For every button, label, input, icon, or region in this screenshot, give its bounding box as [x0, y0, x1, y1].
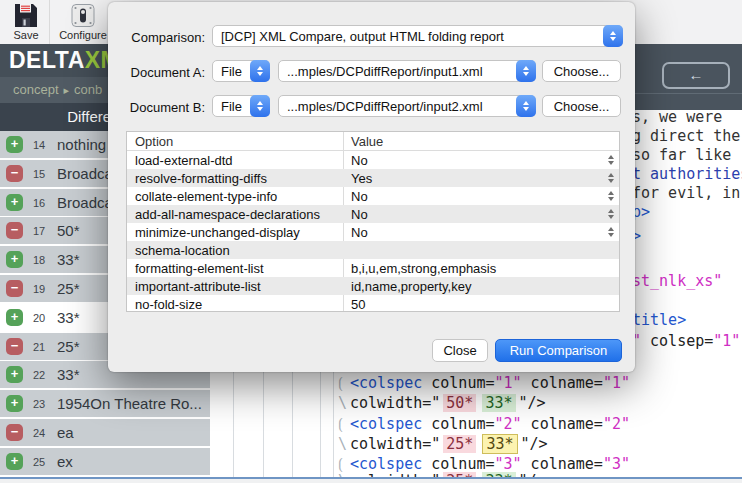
table-row[interactable]: collate-element-type-infoNo [127, 187, 619, 205]
comparison-value: [DCP] XML Compare, output HTML folding r… [221, 29, 600, 44]
table-row[interactable]: formatting-element-listb,i,u,em,strong,e… [127, 259, 619, 277]
minus-icon: − [6, 222, 23, 239]
table-row[interactable]: no-fold-size50 [127, 295, 619, 313]
stepper-icon[interactable] [608, 173, 614, 183]
option-name: collate-element-type-info [135, 189, 277, 204]
save-button[interactable]: Save [4, 1, 48, 43]
close-button[interactable]: Close [432, 339, 488, 362]
row-number: 17 [33, 225, 57, 237]
fold-marker[interactable]: ⟮ [338, 415, 350, 433]
save-label: Save [13, 29, 38, 41]
document-b-path-value: ...mples/DCPdiffReport/input2.xml [287, 99, 513, 114]
option-value[interactable]: No [351, 189, 368, 204]
table-row[interactable]: minimize-unchanged-displayNo [127, 223, 619, 241]
document-a-label: Document A: [113, 65, 205, 80]
code-line-fragment: so far like [632, 146, 731, 164]
table-row[interactable]: add-all-namespace-declarationsNo [127, 205, 619, 223]
breadcrumb-item-concept[interactable]: concept [13, 82, 59, 97]
document-a-path-select[interactable]: ...mples/DCPdiffReport/input1.xml [278, 60, 536, 82]
plus-icon: + [6, 395, 23, 412]
row-label: ea [57, 424, 74, 441]
document-b-type-value: File [221, 99, 247, 114]
list-item[interactable]: −24ea [0, 419, 210, 446]
value-column-header: Value [351, 134, 383, 149]
deleted-value: 50* [443, 394, 476, 412]
floppy-disk-icon [14, 3, 38, 28]
code-line-fragment: title> [632, 311, 686, 329]
fold-marker[interactable]: \ [338, 394, 350, 412]
row-label: 50* [57, 222, 80, 239]
row-number: 16 [33, 197, 57, 209]
minus-icon: − [6, 280, 23, 297]
option-name: resolve-formatting-diffs [135, 171, 267, 186]
table-row[interactable]: resolve-formatting-diffsYes [127, 169, 619, 187]
back-button[interactable]: ← [662, 62, 730, 89]
popup-stepper-icon [603, 25, 623, 47]
list-item[interactable]: +25ex [0, 448, 210, 475]
plus-icon: + [6, 136, 23, 153]
document-b-type-select[interactable]: File [212, 95, 270, 117]
stepper-icon[interactable] [608, 191, 614, 201]
switch-icon [71, 3, 95, 28]
option-value[interactable]: Yes [351, 171, 372, 186]
code-line-fragment: g direct the [632, 127, 740, 145]
choose-document-a-button[interactable]: Choose... [542, 60, 621, 82]
row-label: 25* [57, 280, 80, 297]
breadcrumb-item-conb[interactable]: conb [74, 82, 102, 97]
row-number: 21 [33, 341, 57, 353]
table-row[interactable]: load-external-dtdNo [127, 151, 619, 169]
fold-guide-line [233, 365, 234, 477]
option-value[interactable]: No [351, 207, 368, 222]
fold-marker[interactable]: ⟮ [338, 374, 350, 392]
code-line-fragment: st_nlk_xs" [632, 272, 722, 290]
choose-document-b-button[interactable]: Choose... [542, 95, 621, 117]
row-label: 1954On Theatre Ro... [57, 395, 202, 412]
table-header: Option Value [127, 132, 619, 151]
code-line-fragment: for evil, in [632, 184, 740, 202]
configure-button[interactable]: Configure [54, 1, 112, 43]
option-value[interactable]: id,name,property,key [351, 279, 471, 294]
fold-marker[interactable]: \ [338, 435, 350, 453]
row-label: 33* [57, 309, 80, 326]
document-b-path-select[interactable]: ...mples/DCPdiffReport/input2.xml [278, 95, 536, 117]
option-name: minimize-unchanged-display [135, 225, 300, 240]
back-arrow-icon: ← [689, 66, 704, 83]
comparison-select[interactable]: [DCP] XML Compare, output HTML folding r… [212, 25, 623, 47]
row-label: 33* [57, 251, 80, 268]
row-number: 25 [33, 456, 57, 468]
run-comparison-button[interactable]: Run Comparison [495, 339, 622, 362]
row-number: 24 [33, 427, 57, 439]
option-value[interactable]: 50 [351, 297, 365, 312]
document-a-type-select[interactable]: File [212, 60, 270, 82]
code-line: \colwidth="50*33*"/> [338, 394, 546, 412]
plus-icon: + [6, 366, 23, 383]
minus-icon: − [6, 165, 23, 182]
fold-marker[interactable]: ⟮ [338, 455, 350, 473]
code-line: ⟮<colspec colnum="1" colname="1" [338, 374, 630, 392]
configure-label: Configure [59, 29, 107, 41]
option-name: schema-location [135, 243, 230, 258]
stepper-icon[interactable] [608, 155, 614, 165]
code-line: \colwidth="25*33*"/> [338, 435, 548, 453]
stepper-icon[interactable] [608, 209, 614, 219]
code-line-fragment: s, we were [632, 110, 722, 126]
stepper-icon[interactable] [608, 227, 614, 237]
fold-guide-line [263, 365, 264, 477]
document-b-label: Document B: [113, 100, 205, 115]
option-value[interactable]: No [351, 225, 368, 240]
table-row[interactable]: schema-location [127, 241, 619, 259]
option-value[interactable]: No [351, 153, 368, 168]
fold-guide-line [333, 365, 334, 477]
selected-diff-value[interactable]: 33* [482, 434, 517, 454]
plus-icon: + [6, 194, 23, 211]
popup-stepper-icon [250, 95, 270, 117]
fold-guide-line [320, 365, 321, 477]
row-number: 19 [33, 283, 57, 295]
list-item[interactable]: +231954On Theatre Ro... [0, 390, 210, 417]
popup-stepper-icon [250, 60, 270, 82]
code-line-fragment: t authorities [632, 165, 742, 183]
option-value[interactable]: b,i,u,em,strong,emphasis [351, 261, 496, 276]
document-a-path-value: ...mples/DCPdiffReport/input1.xml [287, 64, 513, 79]
plus-icon: + [6, 309, 23, 326]
table-row[interactable]: important-attribute-listid,name,property… [127, 277, 619, 295]
